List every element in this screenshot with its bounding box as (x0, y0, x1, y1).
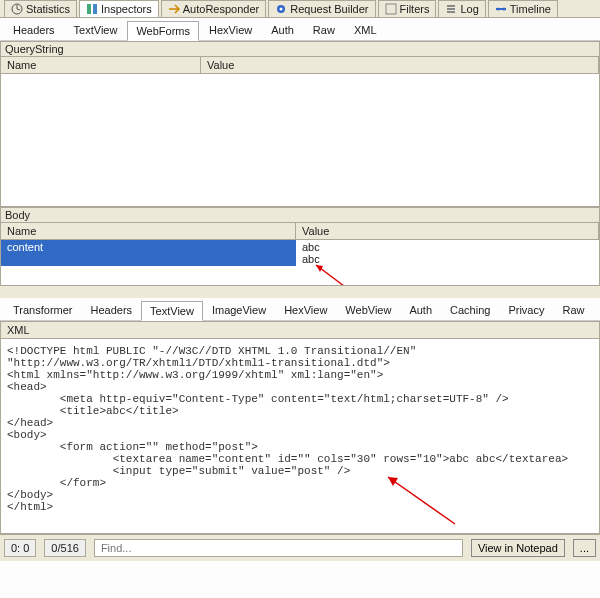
svg-rect-6 (447, 5, 455, 7)
tab-label: Statistics (26, 3, 70, 15)
autoresponder-icon (168, 3, 180, 15)
status-position: 0: 0 (4, 539, 36, 557)
svg-rect-1 (87, 4, 91, 14)
svg-point-4 (280, 8, 283, 11)
col-name[interactable]: Name (1, 57, 201, 73)
resptab-headers[interactable]: Headers (82, 300, 142, 320)
tab-label: Log (460, 3, 478, 15)
querystring-grid[interactable] (1, 74, 599, 204)
svg-rect-2 (93, 4, 97, 14)
tab-label: Request Builder (290, 3, 368, 15)
tab-label: Inspectors (101, 3, 152, 15)
reqtab-hexview[interactable]: HexView (200, 20, 261, 40)
svg-rect-7 (447, 8, 455, 10)
response-textview[interactable]: <!DOCTYPE html PUBLIC "-//W3C//DTD XHTML… (0, 339, 600, 534)
tab-label: AutoResponder (183, 3, 259, 15)
cell-value: abc abc (296, 240, 599, 266)
svg-line-12 (316, 265, 356, 285)
tab-inspectors[interactable]: Inspectors (79, 0, 159, 17)
view-in-notepad-button[interactable]: View in Notepad (471, 539, 565, 557)
builder-icon (275, 3, 287, 15)
request-tabbar: Headers TextView WebForms HexView Auth R… (0, 18, 600, 41)
tab-statistics[interactable]: Statistics (4, 0, 77, 17)
resptab-textview[interactable]: TextView (141, 301, 203, 321)
svg-rect-8 (447, 11, 455, 13)
svg-marker-13 (316, 265, 323, 272)
top-tabbar: Statistics Inspectors AutoResponder Requ… (0, 0, 600, 18)
body-columns: Name Value (1, 223, 599, 240)
querystring-columns: Name Value (1, 57, 599, 74)
resptab-caching[interactable]: Caching (441, 300, 499, 320)
tab-label: Timeline (510, 3, 551, 15)
reqtab-textview[interactable]: TextView (65, 20, 127, 40)
reqtab-raw[interactable]: Raw (304, 20, 344, 40)
table-row[interactable]: content abc abc (1, 240, 599, 266)
resptab-raw[interactable]: Raw (553, 300, 593, 320)
resptab-privacy[interactable]: Privacy (499, 300, 553, 320)
log-icon (445, 3, 457, 15)
find-input[interactable] (94, 539, 463, 557)
tab-log[interactable]: Log (438, 0, 485, 17)
querystring-header: QueryString (0, 41, 600, 57)
reqtab-xml[interactable]: XML (345, 20, 386, 40)
resptab-webview[interactable]: WebView (336, 300, 400, 320)
body-header: Body (0, 207, 600, 223)
col-name[interactable]: Name (1, 223, 296, 239)
splitter[interactable] (0, 286, 600, 298)
tab-request-builder[interactable]: Request Builder (268, 0, 375, 17)
resptab-transformer[interactable]: Transformer (4, 300, 82, 320)
reqtab-auth[interactable]: Auth (262, 20, 303, 40)
response-tabbar: Transformer Headers TextView ImageView H… (0, 298, 600, 321)
xml-label[interactable]: XML (0, 321, 600, 339)
resptab-hexview[interactable]: HexView (275, 300, 336, 320)
resptab-imageview[interactable]: ImageView (203, 300, 275, 320)
reqtab-headers[interactable]: Headers (4, 20, 64, 40)
col-value[interactable]: Value (296, 223, 599, 239)
status-bar: 0: 0 0/516 View in Notepad ... (0, 534, 600, 561)
inspector-icon (86, 3, 98, 15)
tab-timeline[interactable]: Timeline (488, 0, 558, 17)
stats-icon (11, 3, 23, 15)
svg-point-10 (496, 8, 499, 11)
querystring-panel: Name Value (0, 57, 600, 207)
body-grid[interactable]: content abc abc (1, 240, 599, 285)
cell-name: content (1, 240, 296, 266)
more-button[interactable]: ... (573, 539, 596, 557)
reqtab-webforms[interactable]: WebForms (127, 21, 199, 41)
tab-filters[interactable]: Filters (378, 0, 437, 17)
body-panel: Name Value content abc abc (0, 223, 600, 286)
col-value[interactable]: Value (201, 57, 599, 73)
svg-rect-5 (386, 4, 396, 14)
status-bytes: 0/516 (44, 539, 86, 557)
svg-point-11 (502, 8, 505, 11)
tab-autoresponder[interactable]: AutoResponder (161, 0, 266, 17)
filters-icon (385, 3, 397, 15)
timeline-icon (495, 3, 507, 15)
resptab-auth[interactable]: Auth (400, 300, 441, 320)
tab-label: Filters (400, 3, 430, 15)
